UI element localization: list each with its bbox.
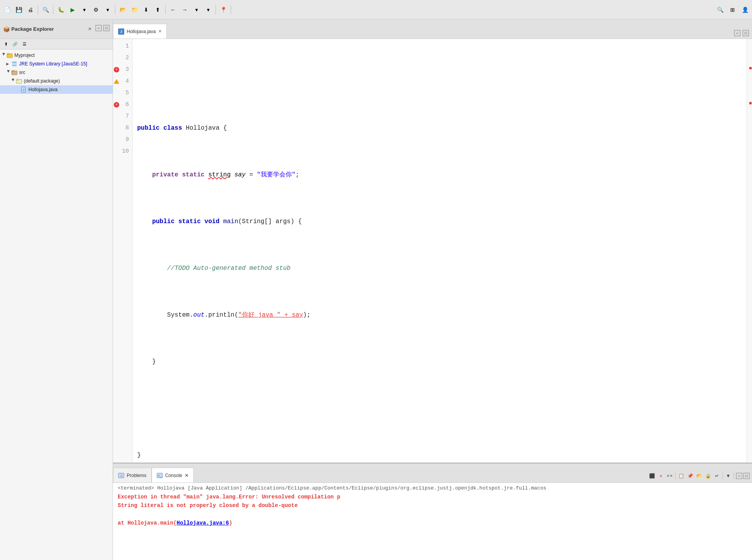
link-with-editor-button[interactable]: 🔗 [11,40,19,48]
separator-2 [53,5,53,14]
svg-text:⚠: ⚠ [120,474,123,477]
debug-button[interactable]: 🐛 [55,4,66,15]
tree-item-hollojava[interactable]: J Hollojava.java [0,85,113,94]
bottom-tabs-bar: ⚠ Problems >_ Console ✕ [113,463,752,483]
scroll-lock-btn[interactable]: 🔒 [704,472,712,480]
separator-1 [38,5,38,14]
nav-back-drop[interactable]: ▾ [191,4,202,15]
minimize-sidebar-button[interactable]: – [95,25,102,31]
open-console-btn[interactable]: 📂 [695,472,703,480]
remove-terminated-btn[interactable]: ✕✕ [666,472,674,480]
console-error-3 [118,510,747,519]
perspective-button[interactable]: ⊞ [727,4,738,15]
src-arrow: ▶ [7,70,11,75]
nav-back[interactable]: ← [168,4,178,15]
external-tools-dropdown[interactable]: ▾ [102,4,113,15]
prev-annotation[interactable]: ⬆ [152,4,163,15]
toolbar-search-area: 🔍 ⊞ 👤 [715,4,750,15]
svg-rect-5 [12,70,14,72]
clear-console-btn[interactable]: ✕ [657,472,665,480]
code-line-3: private static string say = "我要学会你"; [137,169,747,181]
maximize-bottom-btn[interactable]: □ [743,473,750,479]
tree-item-default-package[interactable]: ▶ (default package) [0,77,113,85]
code-line-8 [137,403,747,414]
tree-item-jre[interactable]: ▶ JRE JRE System Library [JavaSE-15] [0,60,113,68]
editor-tab-close[interactable]: ✕ [158,29,162,34]
svg-text:J: J [23,88,24,92]
right-marker-3 [747,62,752,74]
tree-item-myproject[interactable]: ▶ Myproject [0,51,113,60]
editor-tab-hollojava[interactable]: J Hollojava.java ✕ [113,24,167,39]
console-error-line2: String literal is not properly closed by… [118,502,298,509]
code-line-4: public static void main(String[] args) { [137,216,747,227]
word-wrap-btn[interactable]: ↵ [713,472,721,480]
right-error-6 [749,102,752,104]
svg-rect-7 [16,79,19,80]
hollojava-label: Hollojava.java [28,87,58,92]
right-marker-10 [747,144,752,156]
java-tab-icon: J [118,28,124,35]
code-line-9: } [137,449,747,461]
tree-item-src[interactable]: ▶ src [0,68,113,77]
bottom-panel: ⚠ Problems >_ Console ✕ [113,463,752,560]
collapse-all-button[interactable]: ⬆ [2,40,10,48]
right-marker-9 [747,132,752,144]
open-type-button[interactable]: 📂 [117,4,128,15]
jre-arrow: ▶ [6,62,11,66]
separator-3 [115,5,115,14]
code-line-6: System.out.println("你好 java " + say); [137,309,747,321]
right-marker-1 [747,39,752,51]
console-sep-3 [734,472,734,479]
problems-tab[interactable]: ⚠ Problems [113,468,152,483]
user-button[interactable]: 👤 [740,4,750,15]
console-tab[interactable]: >_ Console ✕ [152,468,194,483]
bottom-tabs-row: ⚠ Problems >_ Console ✕ [113,463,752,483]
console-tab-close[interactable]: ✕ [185,473,189,478]
line-num-6: ✕ 6 [113,99,132,111]
run-dropdown[interactable]: ▾ [79,4,90,15]
save-button[interactable]: 💾 [13,4,24,15]
pin-console-btn[interactable]: 📌 [686,472,694,480]
minimize-editor-button[interactable]: – [734,30,740,36]
open-resource-button[interactable]: 📁 [129,4,140,15]
code-line-1 [137,76,747,87]
console-sep-2 [722,472,723,479]
console-view-menu-btn[interactable]: ▼ [724,472,733,480]
sidebar-view-menu-button[interactable]: ☰ [20,40,29,48]
new-button[interactable]: 📄 [2,4,12,15]
new-console-view-btn[interactable]: 📋 [677,472,685,480]
jre-icon: JRE [11,61,18,67]
default-package-label: (default package) [24,78,60,84]
code-text-area[interactable]: public class Hollojava { private static … [132,39,747,463]
close-package-explorer-button[interactable]: ✕ [85,25,94,33]
pkg-icon [16,78,23,84]
right-marker-7 [747,109,752,121]
search-button[interactable]: 🔍 [40,4,51,15]
line-numbers-gutter: 1 2 ✕ 3 4 5 ✕ 6 [113,39,132,463]
next-annotation[interactable]: ⬇ [141,4,152,15]
maximize-sidebar-button[interactable]: □ [103,25,109,31]
console-error-link[interactable]: Hollojava.java:6 [177,520,229,526]
nav-forward[interactable]: → [179,4,190,15]
editor-tab-label: Hollojava.java [127,29,156,34]
myproject-label: Myproject [14,53,35,58]
maximize-editor-button[interactable]: □ [743,30,749,36]
console-error-4: at Hollojava.main(Hollojava.java:6) [118,519,747,527]
console-toolbar: ⬛ ✕ ✕✕ 📋 📌 📂 🔒 ↵ ▼ – □ [648,472,752,483]
right-error-gutter [747,39,752,463]
stop-console-btn[interactable]: ⬛ [648,472,656,480]
minimize-bottom-btn[interactable]: – [736,473,742,479]
code-line-2: public class Hollojava { [137,122,747,134]
console-tab-icon: >_ [157,472,163,479]
external-tools-button[interactable]: ⚙ [90,4,101,15]
last-edit[interactable]: 📍 [218,4,229,15]
nav-fwd-drop[interactable]: ▾ [203,4,214,15]
separator-4 [165,5,166,14]
line-num-5: 5 [113,87,132,99]
src-label: src [19,70,25,75]
print-button[interactable]: 🖨 [25,4,36,15]
global-search-button[interactable]: 🔍 [715,4,726,15]
run-button[interactable]: ▶ [67,4,78,15]
main-area: 📦 Package Explorer ✕ – □ ⬆ 🔗 ☰ ▶ Myproje… [0,19,752,560]
sidebar-header-actions: ✕ – □ [85,25,109,33]
